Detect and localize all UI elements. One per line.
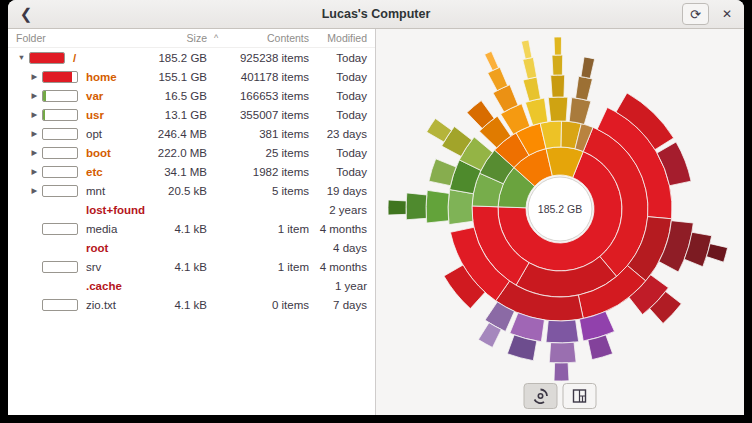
main-content: Folder Size ^ Contents Modified ▼/185.2 … <box>8 29 744 415</box>
size-cell: 13.1 GB <box>147 109 207 121</box>
chart-segment[interactable] <box>523 57 537 79</box>
treemap-chart-icon <box>572 388 588 404</box>
size-cell: 34.1 MB <box>147 166 207 178</box>
table-row[interactable]: zio.txt4.1 kB0 items7 days <box>8 295 375 314</box>
chart-segment[interactable] <box>549 342 576 363</box>
treemap-view-button[interactable] <box>563 383 597 409</box>
sort-ascending-icon[interactable]: ^ <box>207 33 225 43</box>
expand-icon[interactable]: ▶ <box>27 129 42 138</box>
chart-segment[interactable] <box>426 190 449 223</box>
expand-icon[interactable]: ▶ <box>27 148 42 157</box>
folder-table-body: ▼/185.2 GB925238 itemsToday▶home155.1 GB… <box>8 48 375 314</box>
usage-bar <box>42 90 78 102</box>
size-cell: 155.1 GB <box>147 71 207 83</box>
contents-cell: 0 items <box>225 299 309 311</box>
chart-segment[interactable] <box>569 98 591 125</box>
chart-segment[interactable] <box>485 51 499 70</box>
chart-segment[interactable] <box>552 55 563 75</box>
folder-tree-cell: lost+found <box>8 204 147 216</box>
modified-cell: Today <box>309 109 367 121</box>
folder-name: usr <box>86 109 104 121</box>
expand-icon[interactable]: ▶ <box>27 110 42 119</box>
size-cell: 4.1 kB <box>147 299 207 311</box>
refresh-button[interactable]: ⟳ <box>682 3 709 25</box>
contents-cell: 1982 items <box>225 166 309 178</box>
usage-bar <box>42 147 78 159</box>
contents-cell: 401178 items <box>225 71 309 83</box>
header-actions: ⟳ ✕ <box>682 3 738 25</box>
size-cell: 222.0 MB <box>147 147 207 159</box>
table-row[interactable]: media4.1 kB1 item4 months <box>8 219 375 238</box>
usage-bar <box>42 166 78 178</box>
table-row[interactable]: root4 days <box>8 238 375 257</box>
table-row[interactable]: ▶opt246.4 MB381 items23 days <box>8 124 375 143</box>
app-window: ❮ Lucas's Computer ⟳ ✕ Folder Size ^ Con… <box>8 0 744 415</box>
chart-segment[interactable] <box>576 76 593 100</box>
rings-chart: 185.2 GB <box>376 29 744 381</box>
chart-segment[interactable] <box>546 320 579 343</box>
modified-cell: 7 days <box>309 299 367 311</box>
table-row[interactable]: ▶mnt20.5 kB5 items19 days <box>8 181 375 200</box>
window-title: Lucas's Computer <box>8 7 744 21</box>
folder-name: srv <box>86 261 101 273</box>
table-row[interactable]: ▶boot222.0 MB25 itemsToday <box>8 143 375 162</box>
modified-cell: 19 days <box>309 185 367 197</box>
chart-segment[interactable] <box>406 193 427 220</box>
chart-segment[interactable] <box>521 40 532 59</box>
table-row[interactable]: srv4.1 kB1 item4 months <box>8 257 375 276</box>
chart-segment[interactable] <box>706 244 727 263</box>
chart-segment[interactable] <box>548 97 568 121</box>
usage-bar <box>42 71 78 83</box>
chart-segment[interactable] <box>388 200 406 215</box>
chart-segment[interactable] <box>551 75 565 97</box>
chart-segment[interactable] <box>525 98 547 125</box>
chart-view-switcher <box>524 383 597 409</box>
modified-cell: Today <box>309 52 367 64</box>
expand-icon[interactable]: ▶ <box>27 72 42 81</box>
column-header-modified[interactable]: Modified <box>309 32 367 44</box>
folder-name: .cache <box>86 280 122 292</box>
column-header-folder[interactable]: Folder <box>8 32 147 44</box>
collapse-icon[interactable]: ▼ <box>14 53 29 62</box>
folder-tree-cell: .cache <box>8 280 147 292</box>
expand-icon[interactable]: ▶ <box>27 91 42 100</box>
table-row[interactable]: ▶etc34.1 MB1982 itemsToday <box>8 162 375 181</box>
expand-icon[interactable]: ▶ <box>27 186 42 195</box>
table-row[interactable]: ▶var16.5 GB166653 itemsToday <box>8 86 375 105</box>
chart-segment[interactable] <box>554 363 569 381</box>
rings-view-button[interactable] <box>524 383 558 409</box>
table-row[interactable]: lost+found2 years <box>8 200 375 219</box>
close-icon[interactable]: ✕ <box>716 3 738 25</box>
modified-cell: 1 year <box>309 280 367 292</box>
table-column-headers: Folder Size ^ Contents Modified <box>8 29 375 48</box>
expand-icon[interactable]: ▶ <box>27 167 42 176</box>
modified-cell: 4 days <box>309 242 367 254</box>
table-row[interactable]: ▼/185.2 GB925238 itemsToday <box>8 48 375 67</box>
modified-cell: Today <box>309 166 367 178</box>
folder-tree-cell: ▶home <box>8 71 147 83</box>
column-header-contents[interactable]: Contents <box>225 32 309 44</box>
chart-segment[interactable] <box>554 37 562 55</box>
modified-cell: Today <box>309 147 367 159</box>
folder-tree-cell: ▶etc <box>8 166 147 178</box>
chart-segment[interactable] <box>523 77 540 101</box>
table-row[interactable]: ▶usr13.1 GB355007 itemsToday <box>8 105 375 124</box>
table-row[interactable]: .cache1 year <box>8 276 375 295</box>
chart-segment[interactable] <box>448 190 473 225</box>
size-cell: 16.5 GB <box>147 90 207 102</box>
folder-name: lost+found <box>86 204 145 216</box>
contents-cell: 381 items <box>225 128 309 140</box>
chart-segment[interactable] <box>488 67 508 90</box>
size-cell: 246.4 MB <box>147 128 207 140</box>
size-cell: 20.5 kB <box>147 185 207 197</box>
modified-cell: Today <box>309 90 367 102</box>
folder-tree-cell: ▼/ <box>8 52 147 64</box>
chart-segment[interactable] <box>581 57 595 79</box>
column-header-size[interactable]: Size <box>147 32 207 44</box>
folder-tree-cell: ▶mnt <box>8 185 147 197</box>
back-button[interactable]: ❮ <box>13 3 39 25</box>
table-row[interactable]: ▶home155.1 GB401178 itemsToday <box>8 67 375 86</box>
contents-cell: 1 item <box>225 261 309 273</box>
folder-name: home <box>86 71 117 83</box>
modified-cell: 2 years <box>309 204 367 216</box>
